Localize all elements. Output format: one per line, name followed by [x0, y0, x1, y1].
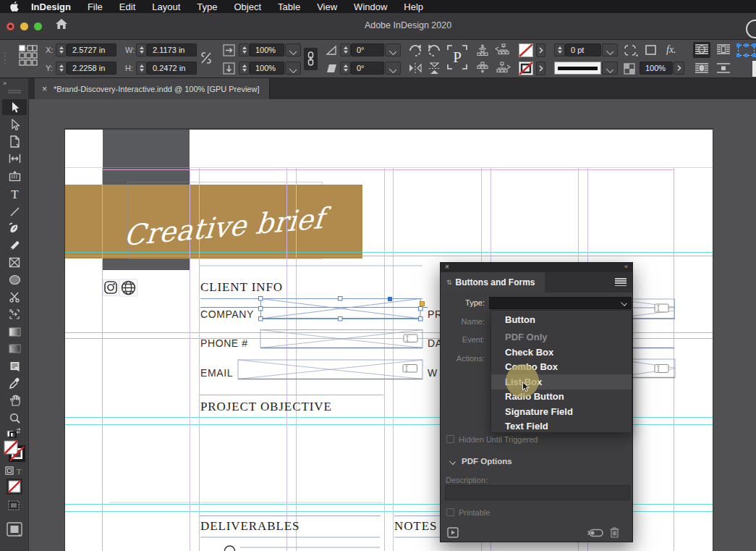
guide-col-3b[interactable] — [393, 168, 394, 551]
tool-pencil[interactable] — [2, 237, 27, 253]
tool-free-transform[interactable] — [2, 306, 27, 322]
no-text-wrap-button[interactable] — [693, 42, 710, 58]
fill-stroke-swatches[interactable] — [2, 439, 27, 464]
menu-item-signature-field[interactable]: Signature Field — [491, 405, 632, 419]
zoom-window-button[interactable] — [34, 22, 42, 30]
script-text-frame[interactable] — [127, 182, 323, 259]
preview-spread-icon[interactable] — [447, 527, 459, 538]
effects-button[interactable]: fx. — [666, 44, 676, 56]
screen-mode-button[interactable] — [2, 521, 27, 537]
fill-swatch-none[interactable] — [519, 43, 533, 57]
tool-rectangle-frame[interactable] — [2, 254, 27, 270]
apply-none-button[interactable] — [2, 477, 27, 496]
tool-type[interactable]: T — [2, 186, 27, 202]
menu-item-help[interactable]: Help — [404, 1, 423, 12]
guide-margin-left[interactable] — [102, 168, 103, 551]
tool-hand[interactable] — [2, 392, 27, 408]
wrap-around-object-shape-button[interactable] — [693, 61, 710, 77]
guide-col-2b[interactable] — [296, 168, 297, 551]
fill-flyout-button[interactable] — [536, 43, 545, 57]
panel-tab[interactable]: ⇅ Buttons and Forms — [441, 272, 545, 293]
document-tab[interactable]: × *Brand-Discovery-Interactive.indd @ 10… — [35, 78, 270, 99]
toolbar-collapse-icon[interactable]: » — [3, 80, 6, 87]
shear-stepper[interactable] — [340, 62, 351, 75]
reference-point-proxy[interactable] — [19, 45, 38, 67]
y-stepper[interactable] — [56, 62, 67, 75]
shear-dropdown[interactable] — [385, 62, 401, 75]
tool-line[interactable] — [2, 203, 27, 219]
panel-collapse-icon[interactable]: « — [624, 263, 627, 270]
corner-shape-icon[interactable] — [645, 44, 658, 56]
search-icon[interactable] — [746, 20, 756, 38]
apple-icon[interactable] — [10, 1, 20, 12]
home-icon[interactable] — [55, 18, 68, 30]
corner-options-icon[interactable] — [624, 44, 638, 56]
live-corner-handles-icon[interactable] — [736, 43, 756, 58]
tool-pen[interactable] — [2, 220, 27, 236]
h-value-field[interactable]: 0.2472 in — [147, 62, 197, 75]
guide-cyan-h2b[interactable] — [65, 256, 713, 256]
stroke-style-field[interactable] — [554, 62, 601, 75]
guide-margin-right[interactable] — [674, 168, 674, 551]
guide-col-1b[interactable] — [199, 168, 200, 551]
menu-item-view[interactable]: View — [317, 1, 337, 12]
menu-item-edit[interactable]: Edit — [119, 1, 135, 12]
stroke-flyout-button[interactable] — [536, 62, 545, 75]
opacity-field[interactable]: 100% — [640, 62, 673, 75]
stroke-weight-dropdown[interactable] — [602, 43, 618, 56]
hidden-until-triggered-checkbox[interactable] — [446, 435, 454, 443]
tool-gradient-swatch[interactable] — [2, 324, 27, 340]
h-stepper[interactable] — [136, 62, 147, 75]
close-document-icon[interactable]: × — [42, 84, 47, 94]
scale-y-dropdown[interactable] — [285, 62, 301, 75]
toolbar-grip[interactable] — [8, 90, 21, 93]
menu-item-table[interactable]: Table — [278, 1, 300, 12]
pdf-options-label[interactable]: PDF Options — [462, 457, 512, 466]
tool-note[interactable] — [2, 358, 27, 374]
menu-item-object[interactable]: Object — [234, 1, 262, 12]
shear-field[interactable]: 0° — [351, 62, 384, 75]
tool-direct-selection[interactable] — [2, 117, 27, 133]
pasteboard[interactable]: Creative brief — [29, 99, 756, 551]
guide-col-1a[interactable] — [190, 168, 190, 551]
w-value-field[interactable]: 2.1173 in — [147, 43, 197, 56]
minimize-window-button[interactable] — [20, 22, 28, 30]
guide-cyan-h2a[interactable] — [65, 252, 713, 253]
close-window-button[interactable] — [7, 22, 14, 30]
view-options-icon[interactable] — [2, 499, 27, 512]
menu-item-text-field[interactable]: Text Field — [491, 419, 632, 434]
rotation-dropdown[interactable] — [385, 43, 401, 56]
select-next-object-icon[interactable] — [495, 62, 511, 75]
stroke-weight-stepper[interactable] — [554, 43, 565, 56]
stroke-swatch-none[interactable] — [519, 62, 533, 75]
flip-horizontal-button[interactable] — [408, 62, 422, 75]
convert-to-object-icon[interactable] — [587, 529, 603, 537]
tool-content-collector[interactable] — [2, 168, 27, 184]
rotation-stepper[interactable] — [340, 43, 351, 56]
w-stepper[interactable] — [136, 43, 147, 56]
select-container-icon[interactable] — [476, 43, 489, 56]
rotate-ccw-button[interactable] — [427, 43, 441, 57]
tool-ellipse[interactable] — [2, 272, 27, 287]
constrain-proportions-icon[interactable] — [200, 51, 213, 65]
formatting-affects-toggle[interactable]: T — [2, 466, 27, 476]
tool-zoom[interactable] — [2, 410, 27, 426]
flip-vertical-button[interactable] — [428, 62, 441, 75]
stroke-style-dropdown[interactable] — [602, 62, 618, 75]
link-scale-toggle[interactable] — [304, 48, 318, 70]
tool-gap[interactable] — [2, 151, 27, 167]
scale-y-field[interactable]: 100% — [250, 62, 284, 75]
scale-y-stepper[interactable] — [239, 62, 250, 75]
menu-item-type[interactable]: Type — [197, 1, 217, 12]
panel-menu-icon[interactable] — [615, 278, 627, 286]
delete-icon[interactable] — [610, 526, 619, 538]
select-previous-object-icon[interactable] — [495, 43, 511, 56]
default-fill-stroke-icon[interactable] — [2, 427, 27, 439]
menu-item-file[interactable]: File — [88, 1, 103, 12]
scale-x-field[interactable]: 100% — [250, 43, 284, 56]
x-stepper[interactable] — [56, 43, 67, 56]
guide-col-3a[interactable] — [384, 168, 385, 551]
tool-selection[interactable] — [2, 99, 27, 115]
opacity-flyout[interactable] — [674, 62, 684, 75]
menu-item-button[interactable]: Button — [491, 313, 632, 327]
